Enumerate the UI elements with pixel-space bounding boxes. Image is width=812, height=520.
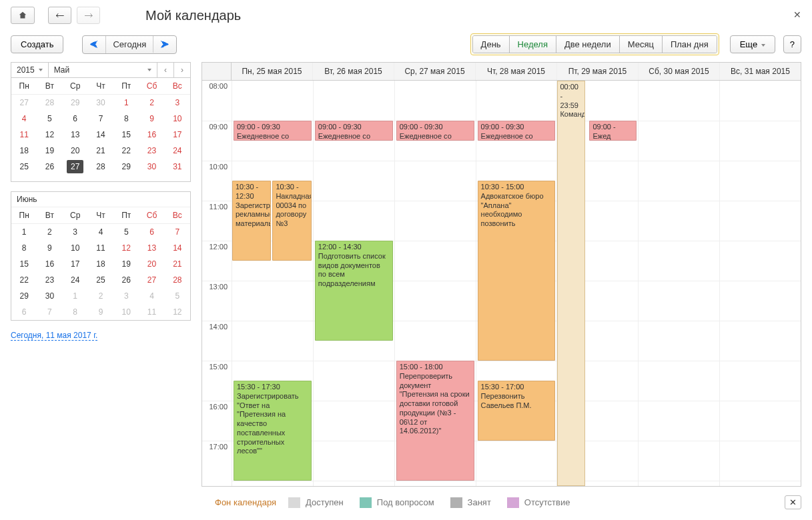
dp-day[interactable]: 2 bbox=[88, 288, 113, 304]
day-column[interactable]: 00:00 - 23:59Командировка09:00 - Ежед bbox=[556, 81, 638, 486]
today-link[interactable]: Сегодня, 11 мая 2017 г. bbox=[11, 331, 97, 341]
dp-day[interactable]: 17 bbox=[63, 256, 88, 272]
dp-day[interactable]: 15 bbox=[113, 127, 139, 143]
calendar-event[interactable]: 10:30 - 12:30Зарегистрировать рекламные … bbox=[232, 181, 271, 261]
dp-day[interactable]: 30 bbox=[37, 288, 62, 304]
dp-day[interactable]: 2 bbox=[139, 95, 164, 111]
dp-day[interactable]: 7 bbox=[165, 224, 190, 241]
dp-day[interactable] bbox=[11, 175, 37, 181]
dp-day[interactable]: 29 bbox=[113, 159, 139, 175]
dp-day[interactable]: 19 bbox=[113, 256, 139, 272]
calendar-event[interactable]: 09:00 - 09:30Ежедневное со bbox=[315, 121, 393, 141]
dp-prev-month[interactable]: ‹ bbox=[157, 63, 174, 77]
dp-next-month[interactable]: › bbox=[174, 63, 190, 77]
day-column[interactable]: 09:00 - 09:30Ежедневное со10:30 - 12:30З… bbox=[232, 81, 313, 486]
dp-day[interactable]: 4 bbox=[11, 111, 37, 127]
day-column[interactable] bbox=[638, 81, 719, 486]
calendar-event[interactable]: 15:30 - 17:30Зарегистрировать "Ответ на … bbox=[234, 381, 312, 481]
dp-day[interactable] bbox=[88, 175, 113, 181]
view-tab-4[interactable]: План дня bbox=[663, 36, 717, 53]
day-column[interactable]: 09:00 - 09:30Ежедневное со12:00 - 14:30П… bbox=[313, 81, 394, 486]
dp-day[interactable]: 13 bbox=[139, 240, 164, 256]
view-tab-3[interactable]: Месяц bbox=[620, 36, 663, 53]
legend-close-button[interactable]: ✕ bbox=[785, 495, 801, 509]
dp-day[interactable]: 24 bbox=[63, 272, 88, 288]
home-button[interactable] bbox=[11, 7, 35, 24]
calendar-event[interactable]: 15:30 - 17:00Перезвонить Савельев П.М. bbox=[478, 381, 556, 441]
dp-day[interactable]: 2 bbox=[37, 224, 62, 241]
calendar-event[interactable]: 09:00 - 09:30Ежедневное со bbox=[478, 121, 556, 141]
prev-period-button[interactable]: ⮜ bbox=[83, 36, 106, 53]
dp-day[interactable]: 28 bbox=[37, 95, 62, 111]
dp-year-select[interactable]: 2015 bbox=[11, 63, 49, 77]
day-column[interactable]: 09:00 - 09:30Ежедневное со15:00 - 18:00П… bbox=[394, 81, 476, 486]
dp-day[interactable]: 29 bbox=[63, 95, 88, 111]
dp-day[interactable]: 18 bbox=[11, 143, 37, 159]
dp-day[interactable]: 21 bbox=[88, 143, 113, 159]
view-tab-0[interactable]: День bbox=[473, 36, 510, 53]
dp-day[interactable]: 10 bbox=[165, 111, 190, 127]
back-button[interactable]: 🡐 bbox=[48, 7, 71, 24]
dp-day[interactable]: 20 bbox=[63, 143, 88, 159]
calendar-event[interactable]: 09:00 - Ежед bbox=[589, 121, 637, 141]
dp-day[interactable]: 1 bbox=[63, 288, 88, 304]
dp-day[interactable]: 12 bbox=[37, 127, 62, 143]
view-tab-1[interactable]: Неделя bbox=[510, 36, 556, 53]
dp-day[interactable]: 30 bbox=[88, 95, 113, 111]
dp-day[interactable]: 26 bbox=[113, 272, 139, 288]
dp-day[interactable]: 8 bbox=[11, 240, 37, 256]
dp-day[interactable]: 4 bbox=[139, 288, 164, 304]
dp-day[interactable]: 6 bbox=[63, 111, 88, 127]
calendar-event[interactable]: 15:00 - 18:00Перепроверить документ "Пре… bbox=[396, 361, 474, 481]
dp-day[interactable]: 10 bbox=[63, 240, 88, 256]
dp-day[interactable]: 25 bbox=[11, 159, 37, 175]
dp-day[interactable]: 5 bbox=[113, 224, 139, 241]
dp-day[interactable]: 30 bbox=[139, 159, 164, 175]
dp-day[interactable]: 1 bbox=[113, 95, 139, 111]
create-button[interactable]: Создать bbox=[11, 35, 63, 53]
dp-day[interactable]: 7 bbox=[37, 304, 62, 320]
view-tab-2[interactable]: Две недели bbox=[556, 36, 620, 53]
dp-day[interactable]: 13 bbox=[63, 127, 88, 143]
dp-day[interactable]: 11 bbox=[88, 240, 113, 256]
dp-day[interactable]: 18 bbox=[88, 256, 113, 272]
allday-event[interactable]: 00:00 - 23:59Командировка bbox=[557, 81, 585, 486]
dp-day[interactable]: 22 bbox=[113, 143, 139, 159]
dp-day[interactable]: 29 bbox=[11, 288, 37, 304]
dp-day[interactable] bbox=[63, 175, 88, 181]
dp-day[interactable]: 3 bbox=[63, 224, 88, 241]
dp-day[interactable]: 12 bbox=[165, 304, 190, 320]
dp-day[interactable]: 27 bbox=[63, 159, 88, 175]
dp-day[interactable]: 1 bbox=[11, 224, 37, 241]
dp-day[interactable]: 20 bbox=[139, 256, 164, 272]
dp-day[interactable]: 28 bbox=[88, 159, 113, 175]
dp-day[interactable]: 27 bbox=[11, 95, 37, 111]
calendar-event[interactable]: 09:00 - 09:30Ежедневное со bbox=[396, 121, 474, 141]
day-column[interactable] bbox=[719, 81, 801, 486]
dp-day[interactable]: 25 bbox=[88, 272, 113, 288]
dp-day[interactable]: 6 bbox=[139, 224, 164, 241]
dp-day[interactable]: 3 bbox=[165, 95, 190, 111]
more-button[interactable]: Еще bbox=[730, 35, 775, 53]
dp-day[interactable]: 11 bbox=[11, 127, 37, 143]
dp-day[interactable] bbox=[113, 175, 139, 181]
dp-day[interactable]: 23 bbox=[37, 272, 62, 288]
dp-day[interactable]: 10 bbox=[113, 304, 139, 320]
dp-day[interactable]: 9 bbox=[139, 111, 164, 127]
dp-day[interactable]: 4 bbox=[88, 224, 113, 241]
calendar-event[interactable]: 10:30 - 15:00Адвокатское бюро "Аплана" н… bbox=[478, 181, 556, 361]
dp-day[interactable]: 17 bbox=[165, 127, 190, 143]
dp-day[interactable]: 8 bbox=[113, 111, 139, 127]
next-period-button[interactable]: ⮞ bbox=[153, 36, 176, 53]
dp-day[interactable]: 8 bbox=[63, 304, 88, 320]
day-column[interactable]: 09:00 - 09:30Ежедневное со10:30 - 15:00А… bbox=[476, 81, 557, 486]
calendar-event[interactable]: 12:00 - 14:30Подготовить список видов до… bbox=[315, 241, 393, 341]
dp-day[interactable]: 27 bbox=[139, 272, 164, 288]
dp-day[interactable]: 3 bbox=[113, 288, 139, 304]
dp-day[interactable] bbox=[139, 175, 164, 181]
close-icon[interactable]: ✕ bbox=[793, 9, 801, 20]
dp-day[interactable]: 9 bbox=[37, 240, 62, 256]
dp-day[interactable]: 6 bbox=[11, 304, 37, 320]
dp-day[interactable]: 5 bbox=[37, 111, 62, 127]
dp-day[interactable] bbox=[37, 175, 62, 181]
